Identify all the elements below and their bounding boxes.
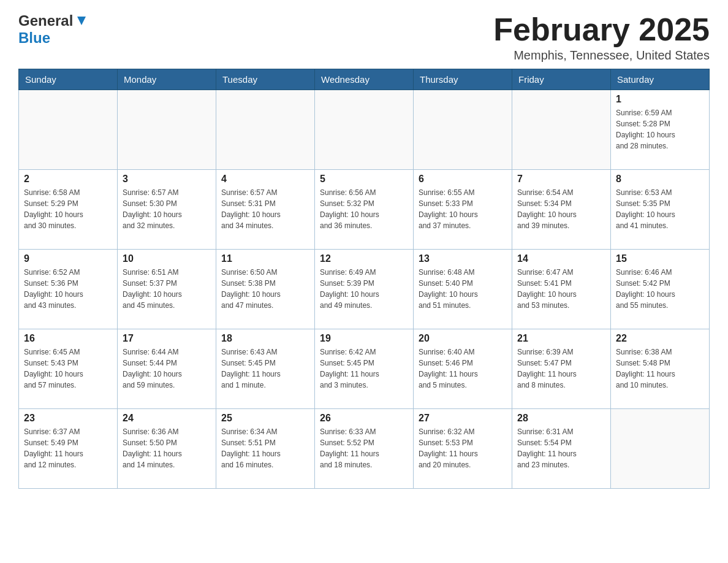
- day-info: Sunrise: 6:52 AMSunset: 5:36 PMDaylight:…: [24, 267, 112, 311]
- day-number: 19: [320, 333, 408, 344]
- day-number: 2: [24, 174, 112, 185]
- day-of-week-header: Sunday: [19, 69, 118, 90]
- day-of-week-header: Tuesday: [216, 69, 315, 90]
- calendar-week-row: 23Sunrise: 6:37 AMSunset: 5:49 PMDayligh…: [19, 409, 710, 489]
- day-number: 21: [517, 333, 605, 344]
- calendar-cell: 18Sunrise: 6:43 AMSunset: 5:45 PMDayligh…: [216, 329, 315, 409]
- day-number: 13: [419, 253, 507, 264]
- day-info: Sunrise: 6:51 AMSunset: 5:37 PMDaylight:…: [123, 267, 211, 311]
- day-number: 15: [616, 253, 704, 264]
- day-number: 3: [123, 174, 211, 185]
- logo-blue-text: Blue: [18, 29, 50, 47]
- calendar-cell: 26Sunrise: 6:33 AMSunset: 5:52 PMDayligh…: [315, 409, 414, 489]
- calendar-week-row: 1Sunrise: 6:59 AMSunset: 5:28 PMDaylight…: [19, 90, 710, 170]
- calendar-cell: [611, 409, 710, 489]
- day-number: 23: [24, 413, 112, 424]
- day-number: 6: [419, 174, 507, 185]
- day-info: Sunrise: 6:56 AMSunset: 5:32 PMDaylight:…: [320, 187, 408, 231]
- day-number: 9: [24, 253, 112, 264]
- day-info: Sunrise: 6:53 AMSunset: 5:35 PMDaylight:…: [616, 187, 704, 231]
- calendar-cell: [414, 90, 512, 170]
- logo: General Blue: [18, 12, 88, 47]
- calendar-cell: 15Sunrise: 6:46 AMSunset: 5:42 PMDayligh…: [611, 250, 710, 329]
- calendar-cell: 7Sunrise: 6:54 AMSunset: 5:34 PMDaylight…: [512, 170, 611, 250]
- calendar-cell: 14Sunrise: 6:47 AMSunset: 5:41 PMDayligh…: [512, 250, 611, 329]
- day-number: 27: [419, 413, 507, 424]
- day-number: 8: [616, 174, 704, 185]
- calendar-cell: 28Sunrise: 6:31 AMSunset: 5:54 PMDayligh…: [512, 409, 611, 489]
- day-of-week-header: Thursday: [414, 69, 512, 90]
- calendar-cell: 22Sunrise: 6:38 AMSunset: 5:48 PMDayligh…: [611, 329, 710, 409]
- day-number: 14: [517, 253, 605, 264]
- calendar-table: SundayMondayTuesdayWednesdayThursdayFrid…: [18, 69, 710, 489]
- day-info: Sunrise: 6:55 AMSunset: 5:33 PMDaylight:…: [419, 187, 507, 231]
- day-info: Sunrise: 6:34 AMSunset: 5:51 PMDaylight:…: [221, 426, 309, 470]
- calendar-week-row: 16Sunrise: 6:45 AMSunset: 5:43 PMDayligh…: [19, 329, 710, 409]
- day-number: 11: [221, 253, 309, 264]
- calendar-cell: 13Sunrise: 6:48 AMSunset: 5:40 PMDayligh…: [414, 250, 512, 329]
- title-area: February 2025 Memphis, Tennessee, United…: [493, 12, 710, 63]
- logo-icon: [75, 14, 88, 28]
- calendar-cell: 20Sunrise: 6:40 AMSunset: 5:46 PMDayligh…: [414, 329, 512, 409]
- calendar-cell: 23Sunrise: 6:37 AMSunset: 5:49 PMDayligh…: [19, 409, 118, 489]
- calendar-cell: 8Sunrise: 6:53 AMSunset: 5:35 PMDaylight…: [611, 170, 710, 250]
- day-number: 24: [123, 413, 211, 424]
- calendar-cell: 10Sunrise: 6:51 AMSunset: 5:37 PMDayligh…: [118, 250, 216, 329]
- day-number: 26: [320, 413, 408, 424]
- calendar-cell: 24Sunrise: 6:36 AMSunset: 5:50 PMDayligh…: [118, 409, 216, 489]
- day-info: Sunrise: 6:36 AMSunset: 5:50 PMDaylight:…: [123, 426, 211, 470]
- day-info: Sunrise: 6:40 AMSunset: 5:46 PMDaylight:…: [419, 347, 507, 391]
- day-info: Sunrise: 6:58 AMSunset: 5:29 PMDaylight:…: [24, 187, 112, 231]
- calendar-header-row: SundayMondayTuesdayWednesdayThursdayFrid…: [19, 69, 710, 90]
- day-number: 16: [24, 333, 112, 344]
- calendar-cell: [19, 90, 118, 170]
- day-info: Sunrise: 6:43 AMSunset: 5:45 PMDaylight:…: [221, 347, 309, 391]
- day-number: 12: [320, 253, 408, 264]
- day-info: Sunrise: 6:42 AMSunset: 5:45 PMDaylight:…: [320, 347, 408, 391]
- calendar-week-row: 2Sunrise: 6:58 AMSunset: 5:29 PMDaylight…: [19, 170, 710, 250]
- day-info: Sunrise: 6:39 AMSunset: 5:47 PMDaylight:…: [517, 347, 605, 391]
- day-info: Sunrise: 6:57 AMSunset: 5:31 PMDaylight:…: [221, 187, 309, 231]
- day-of-week-header: Saturday: [611, 69, 710, 90]
- logo-general-text: General: [18, 12, 73, 29]
- day-info: Sunrise: 6:48 AMSunset: 5:40 PMDaylight:…: [419, 267, 507, 311]
- calendar-cell: 19Sunrise: 6:42 AMSunset: 5:45 PMDayligh…: [315, 329, 414, 409]
- day-number: 1: [616, 94, 704, 105]
- calendar-cell: 4Sunrise: 6:57 AMSunset: 5:31 PMDaylight…: [216, 170, 315, 250]
- day-info: Sunrise: 6:31 AMSunset: 5:54 PMDaylight:…: [517, 426, 605, 470]
- calendar-cell: [216, 90, 315, 170]
- day-info: Sunrise: 6:49 AMSunset: 5:39 PMDaylight:…: [320, 267, 408, 311]
- calendar-cell: 11Sunrise: 6:50 AMSunset: 5:38 PMDayligh…: [216, 250, 315, 329]
- month-title: February 2025: [493, 12, 710, 47]
- day-info: Sunrise: 6:44 AMSunset: 5:44 PMDaylight:…: [123, 347, 211, 391]
- calendar-cell: 6Sunrise: 6:55 AMSunset: 5:33 PMDaylight…: [414, 170, 512, 250]
- calendar-cell: 25Sunrise: 6:34 AMSunset: 5:51 PMDayligh…: [216, 409, 315, 489]
- day-info: Sunrise: 6:37 AMSunset: 5:49 PMDaylight:…: [24, 426, 112, 470]
- calendar-cell: 27Sunrise: 6:32 AMSunset: 5:53 PMDayligh…: [414, 409, 512, 489]
- calendar-cell: 2Sunrise: 6:58 AMSunset: 5:29 PMDaylight…: [19, 170, 118, 250]
- calendar-cell: [118, 90, 216, 170]
- day-info: Sunrise: 6:45 AMSunset: 5:43 PMDaylight:…: [24, 347, 112, 391]
- day-info: Sunrise: 6:33 AMSunset: 5:52 PMDaylight:…: [320, 426, 408, 470]
- day-info: Sunrise: 6:57 AMSunset: 5:30 PMDaylight:…: [123, 187, 211, 231]
- day-number: 7: [517, 174, 605, 185]
- location-text: Memphis, Tennessee, United States: [493, 48, 710, 63]
- day-info: Sunrise: 6:47 AMSunset: 5:41 PMDaylight:…: [517, 267, 605, 311]
- day-number: 28: [517, 413, 605, 424]
- svg-marker-0: [77, 17, 86, 25]
- day-number: 25: [221, 413, 309, 424]
- day-info: Sunrise: 6:32 AMSunset: 5:53 PMDaylight:…: [419, 426, 507, 470]
- day-of-week-header: Monday: [118, 69, 216, 90]
- calendar-cell: 17Sunrise: 6:44 AMSunset: 5:44 PMDayligh…: [118, 329, 216, 409]
- calendar-cell: [315, 90, 414, 170]
- day-info: Sunrise: 6:46 AMSunset: 5:42 PMDaylight:…: [616, 267, 704, 311]
- page-header: General Blue February 2025 Memphis, Tenn…: [18, 12, 710, 63]
- calendar-cell: 1Sunrise: 6:59 AMSunset: 5:28 PMDaylight…: [611, 90, 710, 170]
- calendar-week-row: 9Sunrise: 6:52 AMSunset: 5:36 PMDaylight…: [19, 250, 710, 329]
- day-info: Sunrise: 6:50 AMSunset: 5:38 PMDaylight:…: [221, 267, 309, 311]
- day-number: 5: [320, 174, 408, 185]
- day-number: 4: [221, 174, 309, 185]
- calendar-cell: 5Sunrise: 6:56 AMSunset: 5:32 PMDaylight…: [315, 170, 414, 250]
- calendar-cell: [512, 90, 611, 170]
- day-number: 18: [221, 333, 309, 344]
